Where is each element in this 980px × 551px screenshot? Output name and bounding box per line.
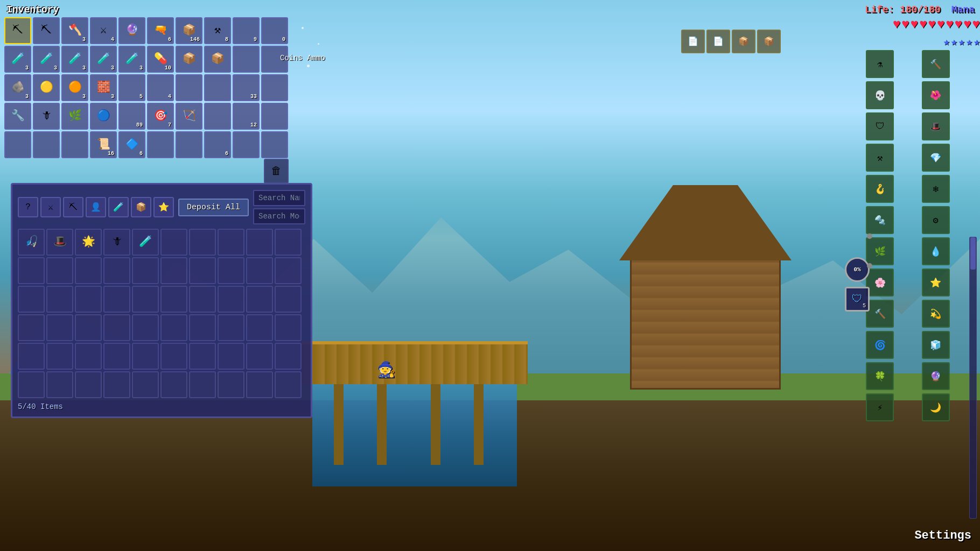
trash-slot[interactable]: 🗑: [264, 159, 289, 183]
storage-slot[interactable]: [189, 229, 216, 256]
storage-slot[interactable]: [18, 314, 45, 341]
inventory-slot[interactable]: [261, 103, 288, 130]
storage-slot[interactable]: [75, 314, 102, 341]
storage-slot[interactable]: [160, 371, 187, 398]
right-panel-slot[interactable]: 💎: [922, 144, 950, 172]
right-panel-slot[interactable]: 🔩: [866, 206, 894, 234]
storage-slot[interactable]: [160, 257, 187, 284]
inventory-slot[interactable]: [261, 74, 288, 101]
storage-slot[interactable]: [18, 257, 45, 284]
storage-slot[interactable]: [46, 343, 73, 370]
inventory-slot[interactable]: 🗡: [33, 103, 60, 130]
storage-slot[interactable]: 🌟: [75, 229, 102, 256]
storage-slot[interactable]: [218, 314, 244, 341]
inventory-slot[interactable]: [33, 131, 60, 158]
inventory-slot[interactable]: 🏹: [176, 103, 202, 130]
inventory-slot[interactable]: 🔵: [90, 103, 117, 130]
storage-slot[interactable]: [103, 343, 130, 370]
search-mod-input[interactable]: [253, 208, 305, 224]
filter-icon-button[interactable]: ⛏: [63, 197, 83, 217]
right-panel-slot[interactable]: 💫: [922, 300, 950, 328]
inventory-slot[interactable]: 🪓3: [61, 17, 88, 44]
inventory-slot[interactable]: [204, 74, 231, 101]
storage-slot[interactable]: [75, 371, 102, 398]
storage-slot[interactable]: [275, 343, 302, 370]
storage-slot[interactable]: [275, 371, 302, 398]
storage-slot[interactable]: [218, 257, 244, 284]
storage-slot[interactable]: [246, 257, 273, 284]
storage-slot[interactable]: [218, 371, 244, 398]
storage-slot[interactable]: [189, 257, 216, 284]
right-panel-slot[interactable]: 🌺: [922, 81, 950, 109]
storage-slot[interactable]: [132, 286, 159, 313]
storage-slot[interactable]: [132, 257, 159, 284]
inventory-slot[interactable]: 📜16: [90, 131, 117, 158]
inventory-slot[interactable]: 🎯7: [147, 103, 174, 130]
storage-slot[interactable]: [189, 343, 216, 370]
filter-icon-button[interactable]: ?: [18, 197, 38, 217]
inventory-slot[interactable]: 📦: [176, 46, 202, 73]
inventory-slot[interactable]: 🔷6: [118, 131, 145, 158]
inventory-slot[interactable]: 📦146: [176, 17, 202, 44]
inventory-slot[interactable]: 9: [233, 17, 260, 44]
inventory-slot[interactable]: 🧪3: [4, 46, 31, 73]
inventory-slot[interactable]: 🧪3: [61, 46, 88, 73]
inventory-slot[interactable]: [176, 74, 202, 101]
inventory-slot[interactable]: [61, 131, 88, 158]
right-panel-slot[interactable]: ⚡: [866, 393, 894, 421]
right-panel-slot[interactable]: ⚙: [922, 206, 950, 234]
settings-button[interactable]: Settings: [914, 529, 971, 542]
right-panel-slot[interactable]: 🛡: [866, 112, 894, 140]
storage-slot[interactable]: [46, 286, 73, 313]
storage-slot[interactable]: [275, 286, 302, 313]
inventory-slot[interactable]: 89: [118, 103, 145, 130]
right-panel-slot[interactable]: 🔨: [866, 300, 894, 328]
storage-slot[interactable]: [218, 286, 244, 313]
storage-slot[interactable]: [246, 314, 273, 341]
storage-slot[interactable]: [218, 229, 244, 256]
storage-slot[interactable]: [189, 314, 216, 341]
storage-slot[interactable]: [46, 314, 73, 341]
inventory-slot[interactable]: 33: [233, 74, 260, 101]
inventory-slot[interactable]: 🧪3: [118, 46, 145, 73]
storage-slot[interactable]: 🎩: [46, 229, 73, 256]
filter-icon-button[interactable]: 🧪: [108, 197, 129, 217]
right-panel-slot[interactable]: 🌸: [866, 269, 894, 296]
accessory-slot-4[interactable]: 📦: [757, 30, 781, 53]
inventory-slot[interactable]: ⛏: [33, 17, 60, 44]
deposit-all-button[interactable]: Deposit All: [178, 199, 249, 216]
inventory-slot[interactable]: [261, 131, 288, 158]
storage-slot[interactable]: [160, 343, 187, 370]
right-panel-slot[interactable]: 🌀: [866, 331, 894, 359]
inventory-slot[interactable]: 🌿: [61, 103, 88, 130]
right-panel-slot[interactable]: ⚗: [866, 50, 894, 78]
storage-slot[interactable]: [218, 343, 244, 370]
filter-icon-button[interactable]: 📦: [131, 197, 151, 217]
filter-icon-button[interactable]: ⭐: [153, 197, 174, 217]
storage-slot[interactable]: [103, 257, 130, 284]
storage-slot[interactable]: [75, 257, 102, 284]
filter-icon-button[interactable]: 👤: [86, 197, 106, 217]
storage-slot[interactable]: [18, 371, 45, 398]
inventory-slot[interactable]: 🧪3: [33, 46, 60, 73]
storage-slot[interactable]: [246, 229, 273, 256]
inventory-slot[interactable]: 5: [118, 74, 145, 101]
inventory-slot[interactable]: [176, 131, 202, 158]
search-name-input[interactable]: [253, 190, 305, 206]
right-panel-slot[interactable]: 🧊: [922, 331, 950, 359]
inventory-slot[interactable]: [147, 131, 174, 158]
inventory-slot[interactable]: 🧱3: [90, 74, 117, 101]
right-panel-slot[interactable]: 💀: [866, 81, 894, 109]
inventory-slot[interactable]: 12: [233, 103, 260, 130]
right-panel-slot[interactable]: ⚒: [866, 144, 894, 172]
storage-slot[interactable]: 🎣: [18, 229, 45, 256]
inventory-slot[interactable]: [233, 46, 260, 73]
right-panel-slot[interactable]: 🪝: [866, 175, 894, 203]
inventory-slot[interactable]: ⚒8: [204, 17, 231, 44]
storage-slot[interactable]: [246, 343, 273, 370]
storage-slot[interactable]: [132, 371, 159, 398]
inventory-slot[interactable]: 0: [261, 17, 288, 44]
storage-slot[interactable]: [160, 314, 187, 341]
accessory-slot-3[interactable]: 📦: [732, 30, 755, 53]
right-panel-slot[interactable]: ⭐: [922, 269, 950, 296]
